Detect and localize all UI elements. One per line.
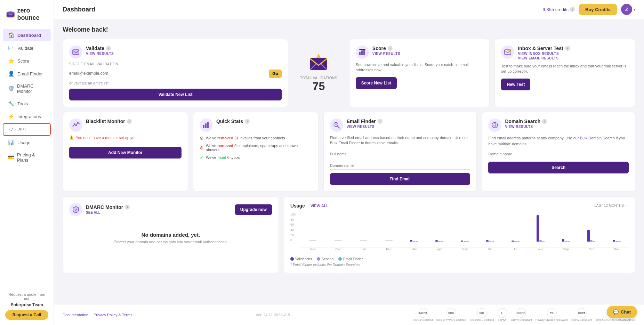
score-card-header: Score i VIEW RESULTS xyxy=(356,46,483,59)
domain-search-title: Domain Search i xyxy=(505,119,547,124)
svg-rect-7 xyxy=(363,49,365,55)
request-call-button[interactable]: Request a Call xyxy=(5,310,48,320)
domain-search-title-area: Domain Search i VIEW RESULTS xyxy=(505,119,547,129)
sidebar-item-integrations[interactable]: ⚡ Integrations xyxy=(3,110,51,123)
new-test-button[interactable]: New Test xyxy=(501,79,530,90)
usage-title-area: Usage VIEW ALL xyxy=(290,203,329,209)
sidebar-item-pricing-plans[interactable]: 💳 Pricing & Plans xyxy=(3,149,51,166)
validate-info-icon[interactable]: i xyxy=(106,46,111,51)
validations-bar xyxy=(537,215,539,242)
sidebar-item-api[interactable]: </> API xyxy=(3,123,51,136)
quickstats-info-icon[interactable]: i xyxy=(245,119,250,124)
stat-item-complainers: ⊗ We've removed 9 complainers, spamtraps… xyxy=(200,144,312,152)
row1: Validate i VIEW RESULTS SINGLE EMAIL VAL… xyxy=(63,39,635,107)
scoring-bar xyxy=(464,241,466,242)
dmarc-info-icon[interactable]: i xyxy=(125,205,130,210)
warning-icon: ⚠️ xyxy=(69,135,74,140)
chart-x-label: Apr xyxy=(427,247,452,251)
chat-button[interactable]: 💬 Chat xyxy=(607,306,637,318)
validations-bar xyxy=(562,239,564,242)
buy-credits-button[interactable]: Buy Credits xyxy=(579,4,617,15)
chart-x-label: Feb xyxy=(377,247,401,251)
domain-input[interactable] xyxy=(330,162,470,170)
user-avatar[interactable]: Z xyxy=(621,4,632,15)
gdpr-icon: GDPR xyxy=(516,308,526,318)
logo-text: zero bounce xyxy=(17,7,48,22)
validations-bar xyxy=(613,240,615,242)
footer-badges: AICPA SOC 2 Certified SOC SOC 2 TYPE II … xyxy=(413,308,635,322)
row3: DMARC Monitor i SEE ALL Upgrade now No d… xyxy=(63,196,635,273)
sidebar-item-validate[interactable]: ✉️ Validate xyxy=(3,42,51,54)
chart-note: * Email Finder includes the Domain Searc… xyxy=(290,263,629,267)
score-subtitle[interactable]: VIEW RESULTS xyxy=(372,52,400,56)
validate-title-area: Validate i VIEW RESULTS xyxy=(86,46,114,56)
validate-new-list-button[interactable]: Validate New List xyxy=(69,89,282,100)
svg-marker-4 xyxy=(316,54,321,58)
add-monitor-button[interactable]: Add New Monitor xyxy=(69,147,182,159)
inbox-card-header: Inbox & Server Test i VIEW INBOX RESULTS… xyxy=(501,46,629,60)
email-input[interactable] xyxy=(69,69,266,78)
row2: Blacklist Monitor i ⚠️ You don't have a … xyxy=(63,112,635,192)
sidebar-item-dashboard[interactable]: 🏠 Dashboard xyxy=(3,29,51,41)
usage-view-all[interactable]: VIEW ALL xyxy=(311,204,329,208)
legend-validations: Validations xyxy=(290,257,312,261)
score-info-icon[interactable]: i xyxy=(388,46,393,51)
stat-green-dot: ✓ xyxy=(200,155,204,160)
svg-point-12 xyxy=(75,125,77,126)
svg-rect-15 xyxy=(205,123,207,128)
blacklist-info-icon[interactable]: i xyxy=(127,119,132,124)
email-finder-description: Find a verified email address based on t… xyxy=(330,135,470,146)
domain-search-subtitle[interactable]: VIEW RESULTS xyxy=(505,125,547,129)
chart-x-label: Nov xyxy=(604,247,629,251)
upgrade-button[interactable]: Upgrade now xyxy=(235,204,272,215)
fullname-input[interactable] xyxy=(330,150,470,158)
user-menu[interactable]: Z ▾ xyxy=(621,4,635,15)
domain-search-icon-circle xyxy=(488,119,501,132)
welcome-heading: Welcome back! xyxy=(63,26,635,33)
bulk-domain-search-link[interactable]: Bulk Domain Search xyxy=(580,136,615,140)
header-right: 9,855 credits i Buy Credits Z ▾ xyxy=(543,4,635,15)
email-finder-subtitle[interactable]: VIEW RESULTS xyxy=(347,125,383,129)
emailfinder-bar xyxy=(416,241,418,242)
inbox-title: Inbox & Server Test i xyxy=(518,46,570,51)
credits-info-icon[interactable]: i xyxy=(570,7,575,12)
chart-col xyxy=(402,213,426,242)
domain-search-input[interactable] xyxy=(488,150,629,158)
search-button[interactable]: Search xyxy=(488,162,629,173)
domain-search-info-icon[interactable]: i xyxy=(542,119,547,124)
blacklist-empty-message: ⚠️ You don't have a monitor set up yet. xyxy=(69,135,182,140)
go-button[interactable]: Go xyxy=(269,70,282,78)
total-validations: TOTAL VALIDATIONS 75 xyxy=(293,39,344,107)
sidebar-item-email-finder[interactable]: 👤 Email Finder xyxy=(3,67,51,80)
domain-search-card-header: Domain Search i VIEW RESULTS xyxy=(488,119,629,132)
inbox-info-icon[interactable]: i xyxy=(565,46,570,51)
credits-amount: 9,855 credits xyxy=(543,7,569,12)
validate-card: Validate i VIEW RESULTS SINGLE EMAIL VAL… xyxy=(63,39,288,107)
score-title: Score i xyxy=(372,46,400,51)
removed-count: removed xyxy=(217,136,233,140)
find-email-button[interactable]: Find Email xyxy=(330,173,470,185)
score-description: See how active and valuable your list is… xyxy=(356,62,483,73)
inbox-card: Inbox & Server Test i VIEW INBOX RESULTS… xyxy=(494,39,635,107)
validations-bar xyxy=(587,230,590,242)
sidebar-item-dmarc-monitor[interactable]: 🛡️ DMARC Monitor xyxy=(3,80,51,97)
inbox-subtitle2[interactable]: VIEW EMAIL RESULTS xyxy=(518,56,570,60)
documentation-link[interactable]: Documentation xyxy=(63,313,88,317)
main: Dashboard 9,855 credits i Buy Credits Z … xyxy=(54,0,644,325)
email-finder-info-icon[interactable]: i xyxy=(378,119,383,124)
sidebar-item-usage[interactable]: 📊 Usage xyxy=(3,136,51,149)
sidebar-item-score[interactable]: ⭐ Score xyxy=(3,55,51,67)
usage-title: Usage xyxy=(290,203,305,209)
dmarc-see-all[interactable]: SEE ALL xyxy=(86,211,130,214)
quickstats-title-area: Quick Stats i xyxy=(216,119,250,124)
logo-area: zero bounce xyxy=(0,3,54,29)
scoring-bar xyxy=(514,241,517,242)
sidebar-item-tools[interactable]: 🔧 Tools xyxy=(3,97,51,110)
validate-subtitle[interactable]: VIEW RESULTS xyxy=(86,52,114,56)
score-new-list-button[interactable]: Score New List xyxy=(356,77,397,89)
svg-rect-16 xyxy=(207,122,209,128)
inbox-subtitle1[interactable]: VIEW INBOX RESULTS xyxy=(518,52,570,56)
validations-bar xyxy=(512,241,514,242)
privacy-link[interactable]: Privacy Policy & Terms xyxy=(94,313,132,317)
no-domains-title: No domains added, yet. xyxy=(142,232,200,238)
